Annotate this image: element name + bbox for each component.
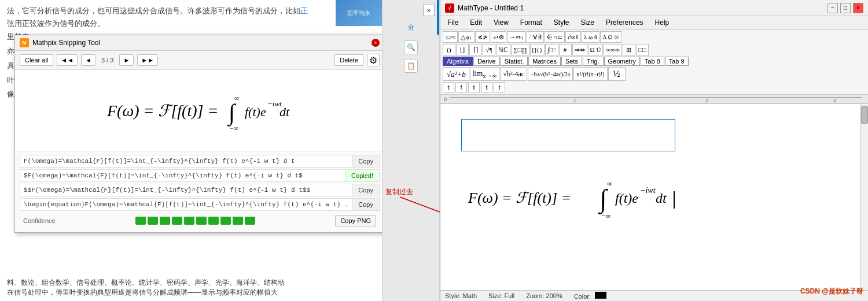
- menu-view[interactable]: View: [491, 17, 511, 28]
- sm-icon-5[interactable]: t: [494, 82, 505, 92]
- menu-style[interactable]: Style: [551, 17, 572, 28]
- template-combination[interactable]: n!/(r!(n−r)!): [573, 67, 607, 81]
- copy-png-button[interactable]: Copy PNG: [335, 215, 376, 226]
- tb-squares[interactable]: □□: [636, 44, 649, 55]
- tab-trig[interactable]: Trig.: [583, 57, 604, 66]
- titlebar-controls: − □ ×: [827, 3, 863, 13]
- tab-matrices[interactable]: Matrices: [528, 57, 561, 66]
- mathtype-scrollbar[interactable]: [860, 104, 868, 290]
- tb-delta-phi[interactable]: △φ↓: [458, 31, 475, 43]
- tb-inf-inf[interactable]: ∞∞∞: [604, 44, 622, 55]
- latex-row-4: \begin{equation}F(\omega)=\mathcal{F}[f(…: [20, 198, 380, 211]
- svg-text:dt: dt: [656, 191, 667, 206]
- tb-brackets[interactable]: []{}: [530, 44, 545, 55]
- mathtype-panel: √ MathType - Untitled 1 − □ × File Edit …: [440, 0, 868, 301]
- confidence-row: Confidence Copy PNG: [20, 213, 380, 229]
- template-discriminant[interactable]: √b²-4ac: [500, 67, 527, 81]
- tb-sum-prod[interactable]: ∑□∏: [511, 44, 529, 55]
- svg-text:√a²+b²: √a²+b²: [447, 70, 466, 79]
- tb-integral-frac[interactable]: ∫□□: [545, 44, 558, 55]
- middle-icon-2[interactable]: 📋: [404, 59, 418, 73]
- template-sqrt-sum[interactable]: √a²+b²: [443, 67, 469, 81]
- middle-share-button[interactable]: 分: [408, 23, 414, 32]
- tab-statist[interactable]: Statist.: [501, 57, 528, 66]
- copy-button-4[interactable]: Copy: [352, 199, 379, 210]
- tab-sets[interactable]: Sets: [561, 57, 582, 66]
- copy-button-1[interactable]: Copy: [352, 155, 379, 167]
- menu-help[interactable]: Help: [653, 17, 672, 28]
- tb-plus-bullet[interactable]: ±•⊗: [491, 31, 506, 43]
- lim-label: limx→∞: [473, 69, 496, 79]
- snipping-close-button[interactable]: ×: [372, 39, 380, 47]
- tab-9[interactable]: Tab 9: [665, 57, 689, 66]
- tab-8[interactable]: Tab 8: [641, 57, 664, 66]
- minimize-button[interactable]: −: [827, 3, 838, 13]
- tb-arrow-iff[interactable]: →⇔↓: [507, 31, 527, 43]
- toolbar-row-1: ≤≥≈ △φ↓ ≮≯ ±•⊗ →⇔↓ ∴∀∃ ∈∩⊂ ∂∞ℓ λ ω θ Δ Ω…: [443, 31, 866, 43]
- mathtype-logo-icon: √: [445, 3, 454, 13]
- tb-delta-omega-r[interactable]: Δ Ω ®: [600, 31, 621, 43]
- menu-file[interactable]: File: [445, 17, 461, 28]
- tab-algebra[interactable]: Algebra: [443, 57, 473, 66]
- nav-prev-button[interactable]: ◄: [81, 54, 95, 66]
- close-button[interactable]: ×: [853, 3, 863, 13]
- tb-partial-infty[interactable]: ∂∞ℓ: [565, 31, 581, 43]
- status-zoom-value: 200%: [546, 292, 562, 299]
- menu-preferences[interactable]: Preferences: [604, 17, 646, 28]
- tb-grid[interactable]: ⊞: [623, 44, 635, 55]
- mathtype-statusbar: Style: Math Size: Full Zoom: 200% Color:…: [440, 290, 868, 301]
- webpage-link1[interactable]: 正: [300, 6, 308, 15]
- template-lim[interactable]: limx→∞: [470, 67, 499, 81]
- nav-last-button[interactable]: ►►: [137, 54, 158, 66]
- blue-bar: [437, 0, 439, 35]
- confidence-label: Confidence: [23, 217, 56, 224]
- tab-derive[interactable]: Derive: [473, 57, 500, 66]
- tb-paren[interactable]: (): [443, 44, 455, 55]
- mathtype-formula-svg: F(ω) = ℱ[f(t)] = ∫ −∞ ∞ f(t)e −iwt dt: [464, 171, 707, 223]
- red-arrow-svg: [382, 191, 446, 226]
- sm-icon-4[interactable]: t: [481, 82, 492, 92]
- combination-label: n!/(r!(n−r)!): [576, 71, 604, 77]
- tab-geometry[interactable]: Geometry: [604, 57, 640, 66]
- latex-row-1: F(\omega)=\mathcal{F}[f(t)]=\int_{-\inft…: [20, 155, 380, 168]
- nav-next-button[interactable]: ►: [119, 54, 134, 66]
- tb-nleq-ngeq[interactable]: ≮≯: [475, 31, 490, 43]
- tb-in-cap[interactable]: ∈∩⊂: [545, 31, 565, 43]
- clear-all-button[interactable]: Clear all: [20, 54, 53, 66]
- tb-omega-u[interactable]: Ω Û: [588, 44, 604, 55]
- copy-button-2[interactable]: Copied!: [345, 170, 379, 181]
- delete-button[interactable]: Delete: [334, 54, 363, 66]
- menu-size[interactable]: Size: [579, 17, 597, 28]
- tb-leq-geq[interactable]: ≤≥≈: [443, 31, 458, 43]
- sm-icon-3[interactable]: t: [468, 82, 480, 92]
- settings-icon[interactable]: ⚙: [367, 54, 380, 66]
- tb-sqrt-para[interactable]: √¶: [483, 44, 495, 55]
- sm-icon-2[interactable]: f: [455, 82, 467, 92]
- mathpix-icon: M: [20, 38, 29, 47]
- tb-ceil[interactable]: ⌈⌉: [469, 44, 482, 55]
- svg-text:∫: ∫: [227, 99, 237, 127]
- menu-edit[interactable]: Edit: [468, 17, 484, 28]
- tb-hash[interactable]: #: [559, 44, 572, 55]
- middle-close-button[interactable]: ×: [423, 5, 435, 16]
- webpage-top-text: 法，它可分析信号的成分，也可用这些成分合成信号。许多波形可作为信号的成分，比如正: [7, 5, 375, 17]
- conf-bar-5: [184, 217, 194, 225]
- mathtype-formula-area[interactable]: F(ω) = ℱ[f(t)] = ∫ −∞ ∞ f(t)e −iwt dt: [440, 104, 860, 290]
- sm-icon-1[interactable]: t: [443, 82, 454, 92]
- tb-lambda-omega[interactable]: λ ω θ: [582, 31, 599, 43]
- copy-button-3[interactable]: Copy: [352, 184, 379, 196]
- mathtype-titlebar: √ MathType - Untitled 1 − □ ×: [440, 0, 868, 16]
- tb-floor[interactable]: ⌊⌋: [456, 44, 469, 55]
- tb-therefore[interactable]: ∴∀∃: [527, 31, 544, 43]
- maximize-button[interactable]: □: [840, 3, 851, 13]
- snipping-title-left: M Mathpix Snipping Tool: [20, 38, 100, 47]
- template-quadratic[interactable]: −b±√(b²−4ac)/2a: [528, 67, 573, 81]
- template-half[interactable]: ½: [608, 67, 626, 81]
- middle-icon-1[interactable]: 🔍: [404, 40, 418, 54]
- tb-nat-complex[interactable]: ℕℂ: [496, 44, 510, 55]
- scrollbar-thumb[interactable]: [861, 106, 868, 124]
- tb-implies[interactable]: ⇒⇔: [572, 44, 587, 55]
- nav-first-button[interactable]: ◄◄: [57, 54, 78, 66]
- menu-format[interactable]: Format: [518, 17, 545, 28]
- svg-text:F(ω) = ℱ[f(t)] =: F(ω) = ℱ[f(t)] =: [468, 189, 571, 206]
